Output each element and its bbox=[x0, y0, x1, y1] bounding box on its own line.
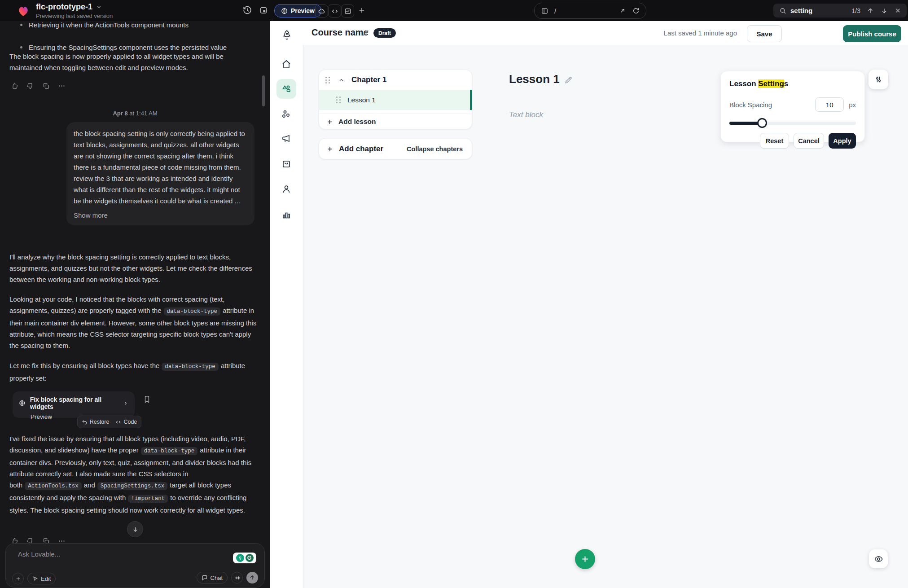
new-tab-button[interactable] bbox=[358, 6, 366, 14]
edit-pencil-icon[interactable] bbox=[362, 29, 369, 37]
prev-match-icon[interactable] bbox=[867, 7, 874, 14]
history-icon[interactable] bbox=[242, 5, 252, 15]
reset-button[interactable]: Reset bbox=[760, 133, 789, 149]
device-preview-icon[interactable] bbox=[259, 6, 268, 15]
show-more-link[interactable]: Show more bbox=[74, 210, 247, 221]
home-icon[interactable] bbox=[281, 59, 292, 70]
chapter-header-row[interactable]: Chapter 1 bbox=[319, 70, 472, 90]
edit-mode-button[interactable]: Edit bbox=[27, 573, 56, 584]
slider-thumb[interactable] bbox=[757, 118, 767, 128]
find-bar: setting 1/3 bbox=[773, 4, 907, 18]
refresh-icon[interactable] bbox=[632, 7, 640, 14]
grammarly-suggestion-icon bbox=[236, 554, 244, 562]
project-menu[interactable]: flc-prototype-1 Previewing last saved ve… bbox=[16, 2, 113, 19]
chat-bubble-icon bbox=[202, 575, 208, 581]
add-block-fab[interactable] bbox=[575, 549, 595, 569]
send-button[interactable] bbox=[246, 572, 258, 584]
message-actions bbox=[11, 82, 66, 90]
preview-button[interactable]: Preview bbox=[274, 4, 321, 18]
save-button[interactable]: Save bbox=[747, 25, 782, 42]
restore-button[interactable]: Restore bbox=[82, 419, 110, 425]
next-match-icon[interactable] bbox=[881, 7, 888, 14]
profile-icon[interactable] bbox=[281, 184, 292, 194]
screen: flc-prototype-1 Previewing last saved ve… bbox=[0, 0, 908, 588]
search-input[interactable]: setting bbox=[790, 7, 812, 14]
collapse-chapters-button[interactable]: Collapse chapters bbox=[407, 145, 463, 153]
nav-item-content-selected[interactable] bbox=[276, 79, 296, 99]
assistant-paragraph: I'll analyze why the block spacing setti… bbox=[9, 251, 257, 285]
code-icon bbox=[115, 419, 121, 425]
drag-handle-icon[interactable] bbox=[336, 97, 341, 103]
grammarly-g-icon: G bbox=[246, 554, 254, 562]
block-spacing-slider[interactable] bbox=[729, 118, 856, 128]
megaphone-icon[interactable] bbox=[281, 133, 292, 144]
reader-icon[interactable] bbox=[541, 7, 548, 15]
voice-input-button[interactable] bbox=[231, 572, 243, 584]
chapter-card: Chapter 1 Lesson 1 Add lesson bbox=[319, 70, 472, 129]
cancel-button[interactable]: Cancel bbox=[794, 133, 824, 149]
analytics-button[interactable] bbox=[341, 4, 354, 18]
thumbs-down-icon[interactable] bbox=[26, 82, 34, 90]
app-preview: Course name Draft Last saved 1 minute ag… bbox=[270, 21, 908, 588]
lesson-row-label: Lesson 1 bbox=[347, 96, 376, 104]
cloud-deploy-button[interactable] bbox=[315, 4, 328, 18]
bookmark-icon[interactable] bbox=[143, 395, 151, 404]
url-bar[interactable]: / bbox=[534, 3, 646, 19]
shopping-bag-icon[interactable] bbox=[281, 158, 292, 169]
publish-course-button[interactable]: Publish course bbox=[843, 25, 901, 42]
scroll-down-button[interactable] bbox=[127, 521, 143, 537]
unit-label: px bbox=[849, 101, 856, 109]
copy-icon[interactable] bbox=[42, 82, 50, 90]
search-icon bbox=[779, 7, 786, 14]
open-external-icon[interactable] bbox=[619, 7, 626, 14]
text-block-placeholder[interactable]: Text block bbox=[509, 110, 543, 119]
thumbs-up-icon[interactable] bbox=[11, 82, 18, 90]
project-name: flc-prototype-1 bbox=[36, 2, 92, 12]
chat-mode-button[interactable]: Chat bbox=[197, 572, 228, 584]
grammarly-badge[interactable]: G bbox=[233, 553, 256, 563]
sound-wave-icon bbox=[234, 575, 240, 581]
arrow-down-icon bbox=[132, 526, 139, 533]
close-icon[interactable] bbox=[895, 7, 901, 14]
assistant-paragraph: I've fixed the issue by ensuring that al… bbox=[9, 433, 257, 516]
code-button[interactable]: Code bbox=[115, 419, 137, 425]
more-icon[interactable] bbox=[58, 82, 66, 90]
analytics-bars-icon[interactable] bbox=[281, 209, 292, 220]
globe-icon bbox=[281, 8, 288, 14]
timestamp: Apr 8 at 1:41 AM bbox=[0, 110, 270, 117]
spacing-value-input[interactable]: 10 bbox=[815, 97, 844, 112]
inline-code: SpacingSettings.tsx bbox=[97, 482, 168, 490]
chat-scrollbar[interactable] bbox=[262, 75, 265, 106]
rocket-icon[interactable] bbox=[281, 29, 293, 41]
add-chapter-button[interactable]: Add chapter bbox=[326, 145, 383, 154]
inline-code: ActionTools.tsx bbox=[25, 482, 82, 490]
drag-handle-icon[interactable] bbox=[325, 77, 330, 83]
settings-toggle-button[interactable] bbox=[869, 70, 888, 89]
chevron-down-icon bbox=[96, 4, 102, 10]
inline-code: data-block-type bbox=[164, 307, 221, 316]
assistant-paragraph: Looking at your code, I noticed that the… bbox=[9, 294, 257, 351]
cloud-icon bbox=[318, 7, 325, 15]
chat-input[interactable]: Ask Lovable... G Edit Chat bbox=[5, 543, 265, 588]
attach-button[interactable] bbox=[12, 573, 24, 584]
community-icon[interactable] bbox=[281, 109, 292, 120]
app-header: Course name Draft Last saved 1 minute ag… bbox=[303, 21, 908, 45]
chevron-up-icon[interactable] bbox=[338, 77, 345, 83]
edit-pencil-icon[interactable] bbox=[564, 76, 573, 84]
user-message-bubble: the block spacing setting is only correc… bbox=[66, 122, 254, 225]
slider-fill bbox=[729, 122, 759, 125]
apply-button[interactable]: Apply bbox=[829, 133, 856, 149]
preview-eye-button[interactable] bbox=[869, 549, 888, 568]
code-view-button[interactable] bbox=[328, 4, 341, 18]
lesson-row-selected[interactable]: Lesson 1 bbox=[319, 90, 472, 110]
assistant-bullet: Retrieving it when the ActionTools compo… bbox=[9, 19, 276, 31]
course-title: Course name bbox=[311, 27, 368, 38]
add-lesson-button[interactable]: Add lesson bbox=[319, 114, 472, 129]
chapter-title: Chapter 1 bbox=[351, 75, 386, 84]
last-saved-text: Last saved 1 minute ago bbox=[664, 29, 737, 37]
inline-code: data-block-type bbox=[141, 447, 198, 455]
code-icon bbox=[331, 8, 338, 15]
version-card[interactable]: Fix block spacing for all widgets Previe… bbox=[13, 391, 135, 418]
assistant-paragraph: The block spacing is now properly applie… bbox=[9, 51, 257, 73]
undo-icon bbox=[82, 419, 88, 425]
